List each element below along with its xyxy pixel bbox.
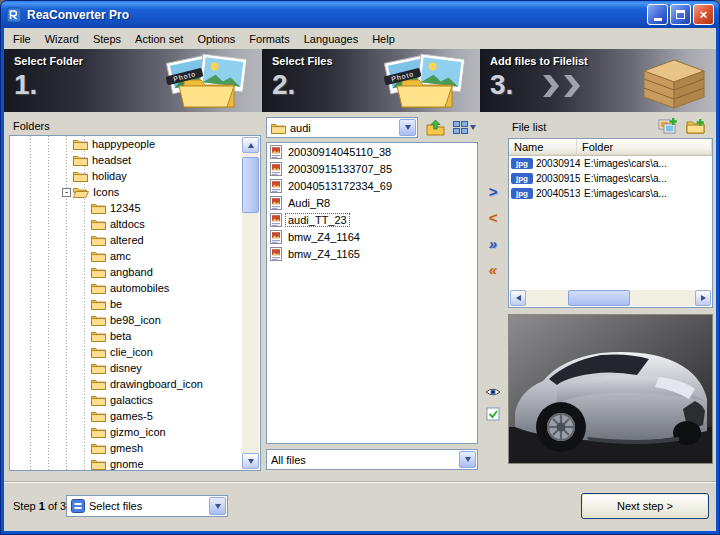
- check-files-button[interactable]: [483, 404, 503, 423]
- step-indicator: Step 1 of 3:: [13, 500, 69, 512]
- tree-item-galactics[interactable]: galactics: [10, 392, 260, 408]
- combo-dropdown-button[interactable]: [209, 497, 226, 515]
- expander-spacer: [78, 218, 91, 231]
- scroll-right-button[interactable]: [695, 290, 711, 306]
- expander-spacer: [78, 426, 91, 439]
- folder-label: be98_icon: [110, 314, 161, 326]
- next-step-button[interactable]: Next step >: [581, 493, 709, 519]
- tree-item-gizmo_icon[interactable]: gizmo_icon: [10, 424, 260, 440]
- close-button[interactable]: ×: [693, 4, 714, 25]
- folder-icon: [91, 234, 106, 246]
- cell-folder: E:\images\cars\a...: [580, 188, 712, 199]
- maximize-button[interactable]: [670, 4, 691, 25]
- folder-icon: [91, 394, 106, 406]
- folder-label: games-5: [110, 410, 153, 422]
- remove-all-files-button[interactable]: «: [481, 260, 505, 280]
- tree-item-happypeople[interactable]: happypeople: [10, 136, 260, 152]
- tree-item-drawingboard_icon[interactable]: drawingboard_icon: [10, 376, 260, 392]
- filelist-row[interactable]: jpg20030914...E:\images\cars\a...: [509, 156, 712, 171]
- file-filter-combo[interactable]: All files: [266, 449, 478, 470]
- menu-item-formats[interactable]: Formats: [242, 29, 296, 49]
- filelist-row[interactable]: jpg20030915...E:\images\cars\a...: [509, 171, 712, 186]
- filelist-table: NameFolder jpg20030914...E:\images\cars\…: [508, 138, 713, 308]
- window-body: FileWizardStepsAction setOptionsFormatsL…: [4, 28, 716, 531]
- tree-item-games-5[interactable]: games-5: [10, 408, 260, 424]
- remove-file-button[interactable]: <: [481, 208, 505, 228]
- tree-item-gmesh[interactable]: gmesh: [10, 440, 260, 456]
- menu-item-options[interactable]: Options: [190, 29, 242, 49]
- minimize-button[interactable]: [647, 4, 668, 25]
- tree-item-Icons[interactable]: -Icons: [10, 184, 260, 200]
- file-item-20040513172334_69[interactable]: 20040513172334_69: [267, 177, 477, 194]
- file-name: Audi_R8: [286, 197, 332, 209]
- menu-item-wizard[interactable]: Wizard: [38, 29, 86, 49]
- menu-item-help[interactable]: Help: [365, 29, 402, 49]
- up-one-level-button[interactable]: [423, 116, 447, 138]
- combo-dropdown-button[interactable]: [459, 451, 476, 468]
- scroll-up-button[interactable]: [242, 137, 259, 153]
- filter-combo-value: All files: [271, 454, 477, 466]
- tree-item-disney[interactable]: disney: [10, 360, 260, 376]
- file-item-bmw_Z4_1164[interactable]: bmw_Z4_1164: [267, 228, 477, 245]
- scroll-down-button[interactable]: [242, 453, 259, 469]
- menu-item-steps[interactable]: Steps: [86, 29, 128, 49]
- tree-item-12345[interactable]: 12345: [10, 200, 260, 216]
- chevrons-decoration: [538, 75, 580, 97]
- tree-item-headset[interactable]: headset: [10, 152, 260, 168]
- tree-item-clie_icon[interactable]: clie_icon: [10, 344, 260, 360]
- banner-step-select-files: Select Files 2. Photo: [262, 49, 480, 112]
- folder-photos-graphic: Photo: [154, 52, 258, 110]
- menu-item-languages[interactable]: Languages: [297, 29, 365, 49]
- tree-item-beta[interactable]: beta: [10, 328, 260, 344]
- tree-item-be98_icon[interactable]: be98_icon: [10, 312, 260, 328]
- wizard-banner: Select Folder 1. Photo Select Files 2.: [4, 49, 716, 112]
- add-folder-button[interactable]: [684, 115, 707, 137]
- file-item-20030914045110_38[interactable]: 20030914045110_38: [267, 143, 477, 160]
- collapse-toggle[interactable]: -: [62, 188, 71, 197]
- expander-spacer: [78, 442, 91, 455]
- menu-item-action-set[interactable]: Action set: [128, 29, 190, 49]
- add-files-button[interactable]: [656, 115, 679, 137]
- file-type-badge: jpg: [511, 158, 533, 169]
- expander-spacer: [78, 282, 91, 295]
- cell-folder: E:\images\cars\a...: [580, 173, 712, 184]
- file-list-box: 20030914045110_3820030915133707_85200405…: [266, 142, 478, 444]
- expander-spacer: [78, 458, 91, 471]
- add-all-files-button[interactable]: »: [481, 234, 505, 254]
- expander-spacer: [78, 202, 91, 215]
- table-hscrollbar[interactable]: [510, 290, 711, 306]
- scroll-left-button[interactable]: [510, 290, 526, 306]
- folders-panel-title: Folders: [13, 120, 50, 132]
- maximize-icon: [676, 10, 685, 19]
- scroll-thumb[interactable]: [568, 290, 630, 306]
- expander-spacer: [78, 298, 91, 311]
- tree-item-amc[interactable]: amc: [10, 248, 260, 264]
- column-header-folder[interactable]: Folder: [577, 139, 712, 156]
- combo-dropdown-button[interactable]: [399, 119, 416, 136]
- tree-item-holiday[interactable]: holiday: [10, 168, 260, 184]
- tree-item-be[interactable]: be: [10, 296, 260, 312]
- tree-item-automobiles[interactable]: automobiles: [10, 280, 260, 296]
- tree-item-angband[interactable]: angband: [10, 264, 260, 280]
- step-select-combo[interactable]: Select files: [66, 495, 228, 517]
- file-item-bmw_Z4_1165[interactable]: bmw_Z4_1165: [267, 245, 477, 262]
- folder-label: gizmo_icon: [110, 426, 166, 438]
- expander-spacer: [78, 394, 91, 407]
- file-item-audi_TT_23[interactable]: audi_TT_23: [267, 211, 477, 228]
- tree-item-altdocs[interactable]: altdocs: [10, 216, 260, 232]
- filelist-row[interactable]: jpg20040513...E:\images\cars\a...: [509, 186, 712, 201]
- tree-scrollbar[interactable]: [242, 137, 259, 469]
- scroll-thumb[interactable]: [242, 157, 259, 213]
- column-header-name[interactable]: Name: [509, 139, 577, 156]
- step-prefix: Step: [13, 500, 36, 512]
- file-item-20030915133707_85[interactable]: 20030915133707_85: [267, 160, 477, 177]
- tree-item-gnome[interactable]: gnome: [10, 456, 260, 471]
- file-item-Audi_R8[interactable]: Audi_R8: [267, 194, 477, 211]
- tree-item-altered[interactable]: altered: [10, 232, 260, 248]
- preview-toggle-button[interactable]: [483, 382, 503, 401]
- window-controls: ×: [647, 4, 714, 25]
- menu-item-file[interactable]: File: [6, 29, 38, 49]
- folder-path-combo[interactable]: audi: [266, 117, 418, 138]
- add-file-button[interactable]: >: [481, 182, 505, 202]
- view-mode-button[interactable]: [449, 116, 479, 138]
